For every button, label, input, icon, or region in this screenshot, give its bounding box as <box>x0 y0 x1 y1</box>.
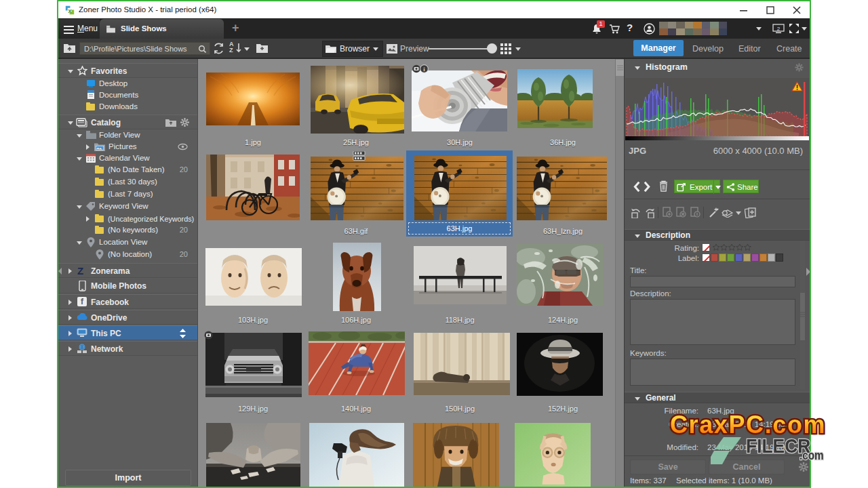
svg-text:x: x <box>68 7 72 14</box>
svg-text:2: 2 <box>777 26 781 32</box>
